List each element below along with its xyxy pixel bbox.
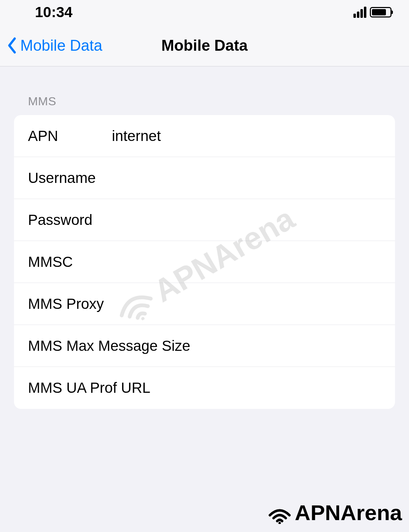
row-mms-ua-prof[interactable]: MMS UA Prof URL bbox=[14, 367, 395, 409]
label-mms-ua-prof: MMS UA Prof URL bbox=[28, 380, 381, 396]
label-mmsc: MMSC bbox=[28, 254, 112, 270]
row-password[interactable]: Password bbox=[14, 199, 395, 241]
navigation-bar: Mobile Data Mobile Data bbox=[0, 24, 409, 66]
battery-icon bbox=[370, 7, 392, 17]
wifi-icon bbox=[267, 504, 292, 522]
content-area: MMS APN Username Password MMSC MMS Proxy… bbox=[0, 66, 409, 409]
row-mms-max-size[interactable]: MMS Max Message Size bbox=[14, 325, 395, 367]
row-username[interactable]: Username bbox=[14, 157, 395, 199]
chevron-left-icon bbox=[7, 37, 17, 54]
settings-group-mms: APN Username Password MMSC MMS Proxy MMS… bbox=[14, 115, 395, 409]
label-apn: APN bbox=[28, 128, 112, 144]
label-mms-max-size: MMS Max Message Size bbox=[28, 338, 381, 354]
page-title: Mobile Data bbox=[162, 37, 248, 54]
watermark-bottom: APNArena bbox=[267, 500, 402, 525]
input-mmsc[interactable] bbox=[112, 254, 381, 270]
row-apn[interactable]: APN bbox=[14, 115, 395, 157]
input-password[interactable] bbox=[112, 212, 381, 228]
row-mmsc[interactable]: MMSC bbox=[14, 241, 395, 283]
section-header-mms: MMS bbox=[14, 66, 395, 115]
input-username[interactable] bbox=[112, 170, 381, 186]
status-bar: 10:34 bbox=[0, 0, 409, 24]
label-mms-proxy: MMS Proxy bbox=[28, 296, 196, 312]
label-password: Password bbox=[28, 212, 112, 228]
status-icons bbox=[353, 7, 392, 18]
status-time: 10:34 bbox=[35, 4, 72, 21]
back-label: Mobile Data bbox=[20, 37, 102, 54]
svg-point-1 bbox=[279, 522, 281, 524]
row-mms-proxy[interactable]: MMS Proxy bbox=[14, 283, 395, 325]
back-button[interactable]: Mobile Data bbox=[0, 37, 102, 54]
input-mms-proxy[interactable] bbox=[196, 296, 381, 312]
input-apn[interactable] bbox=[112, 128, 381, 144]
watermark-text: APNArena bbox=[295, 500, 402, 525]
cellular-signal-icon bbox=[353, 7, 366, 18]
label-username: Username bbox=[28, 170, 112, 186]
